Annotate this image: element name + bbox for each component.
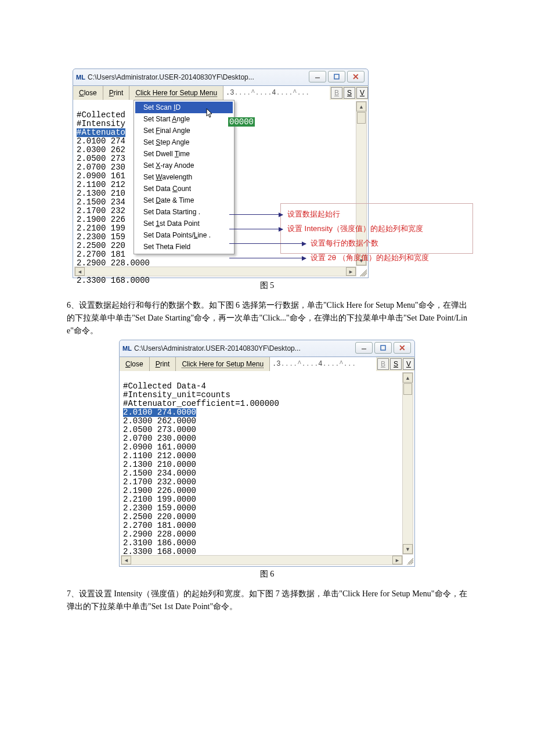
- resize-grip-icon[interactable]: [405, 556, 413, 565]
- selection: 2.0100 274.0000: [123, 408, 196, 417]
- scroll-right-icon[interactable]: ►: [392, 556, 402, 564]
- callout-3: 设置每行的数据个数: [306, 238, 378, 249]
- menu-print[interactable]: Print: [150, 357, 176, 371]
- callout-1: 设置数据起始行: [283, 209, 340, 219]
- btn-b[interactable]: B: [377, 358, 389, 370]
- scroll-down-icon[interactable]: ▼: [403, 544, 413, 554]
- menu-set-1st-data-point[interactable]: Set 1st Data Point: [135, 218, 233, 229]
- cursor-icon: [205, 108, 214, 118]
- btn-v[interactable]: V: [356, 87, 368, 99]
- vertical-scrollbar[interactable]: ▲ ▼: [402, 372, 413, 555]
- scroll-thumb[interactable]: [357, 112, 366, 124]
- arrow-icon: [229, 214, 283, 215]
- maximize-button[interactable]: [374, 342, 392, 354]
- callout-2: 设置 Intensity（强度值）的起始列和宽度: [283, 224, 423, 234]
- menu-set-theta-field[interactable]: Set Theta Field: [135, 241, 233, 253]
- menubar: Close Print Click Here for Setup Menu .3…: [119, 357, 415, 371]
- caption-fig6: 图 6: [67, 567, 467, 584]
- close-button[interactable]: ✕: [394, 342, 411, 354]
- scroll-right-icon[interactable]: ►: [346, 267, 356, 276]
- btn-v[interactable]: V: [403, 358, 414, 370]
- text-content: #Collected Data-4 #Intensity_unit=counts…: [123, 373, 414, 556]
- menu-set-data-starting[interactable]: Set Data Starting .: [135, 206, 233, 218]
- app-icon: ML: [123, 344, 131, 352]
- arrow-icon: [229, 258, 306, 258]
- arrow-icon: [229, 229, 283, 229]
- menu-set-data-count[interactable]: Set Data Count: [135, 183, 233, 195]
- scroll-up-icon[interactable]: ▲: [403, 373, 413, 383]
- menu-set-data-points-line[interactable]: Set Data Points/Line .: [135, 229, 233, 241]
- ruler: .3....^....4....^...: [270, 357, 376, 371]
- horizontal-scrollbar[interactable]: ◄ ►: [74, 267, 356, 276]
- scroll-up-icon[interactable]: ▲: [356, 102, 366, 111]
- maximize-button[interactable]: [328, 71, 345, 82]
- menu-set-date-time[interactable]: Set Date & Time: [135, 195, 233, 206]
- setup-dropdown[interactable]: Set Scan ID Set Start Angle Set Final An…: [134, 100, 234, 254]
- ruler: .3....^....4....^...: [223, 86, 330, 100]
- window-title: C:\Users\Administrator.USER-20140830YF\D…: [134, 344, 301, 352]
- scroll-left-icon[interactable]: ◄: [121, 556, 131, 564]
- selection: #Attenuato: [77, 128, 125, 137]
- menu-set-wavelength[interactable]: Set Wavelength: [135, 171, 233, 183]
- btn-b[interactable]: B: [331, 87, 342, 99]
- window-fig6: ML C:\Users\Administrator.USER-20140830Y…: [119, 340, 415, 567]
- menu-set-final-angle[interactable]: Set Final Angle: [135, 125, 233, 136]
- menu-setup[interactable]: Click Here for Setup Menu: [176, 357, 270, 371]
- scroll-thumb[interactable]: [403, 383, 412, 395]
- btn-s[interactable]: S: [390, 358, 402, 370]
- callout-4: 设置 2θ （角度值）的起始列和宽度: [306, 253, 429, 263]
- window-title: C:\Users\Administrator.USER-20140830YF\D…: [88, 73, 254, 81]
- green-highlight: 00000: [228, 117, 255, 127]
- client-area: #Collected Data-4 #Intensity_unit=counts…: [119, 371, 415, 567]
- app-icon: ML: [77, 73, 85, 81]
- minimize-button[interactable]: [355, 342, 373, 354]
- paragraph-7: 7、设置设置 Intensity（强度值）的起始列和宽度。如下图 7 选择数据，…: [67, 588, 467, 613]
- close-button[interactable]: ✕: [347, 71, 365, 82]
- titlebar[interactable]: ML C:\Users\Administrator.USER-20140830Y…: [119, 340, 415, 357]
- resize-grip-icon[interactable]: [358, 268, 367, 276]
- btn-s[interactable]: S: [344, 87, 355, 99]
- menu-close[interactable]: Close: [73, 86, 103, 100]
- svg-rect-1: [381, 345, 385, 350]
- minimize-button[interactable]: [309, 71, 326, 82]
- menu-set-scan-id[interactable]: Set Scan ID: [135, 102, 233, 113]
- menu-setup[interactable]: Click Here for Setup Menu: [129, 86, 223, 100]
- menu-set-xray-anode[interactable]: Set X-ray Anode: [135, 160, 233, 171]
- menu-set-step-angle[interactable]: Set Step Angle: [135, 136, 233, 148]
- menu-set-dwell-time[interactable]: Set Dwell Time: [135, 148, 233, 160]
- callouts: 设置数据起始行 设置 Intensity（强度值）的起始列和宽度 设置每行的数据…: [229, 208, 429, 264]
- svg-rect-0: [334, 74, 339, 79]
- titlebar[interactable]: ML C:\Users\Administrator.USER-20140830Y…: [73, 69, 369, 86]
- horizontal-scrollbar[interactable]: ◄ ►: [121, 555, 403, 565]
- menubar: Close Print Click Here for Setup Menu .3…: [73, 86, 369, 100]
- menu-set-start-angle[interactable]: Set Start Angle: [135, 113, 233, 125]
- arrow-icon: [229, 243, 306, 244]
- scroll-left-icon[interactable]: ◄: [75, 267, 85, 276]
- paragraph-6: 6、设置数据起始行和每行的数据个数。如下图 6 选择第一行数据，单击"Click…: [67, 299, 467, 337]
- menu-print[interactable]: Print: [103, 86, 130, 100]
- menu-close[interactable]: Close: [120, 357, 150, 371]
